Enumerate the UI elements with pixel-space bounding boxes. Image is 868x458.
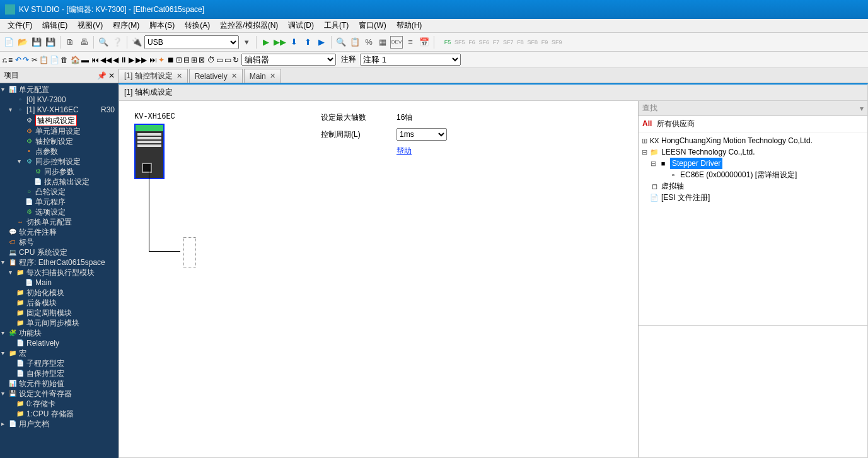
cycle-dropdown[interactable]: 1ms — [396, 128, 447, 141]
tree-item[interactable]: •点参数 — [0, 146, 119, 156]
tree-item[interactable]: 📁1:CPU 存储器 — [0, 409, 119, 419]
bar-btn[interactable]: ▬ — [81, 56, 89, 64]
tree-item[interactable]: ↔切换单元配置 — [0, 217, 119, 227]
vendor-twisty-icon[interactable]: ⊞ — [641, 135, 647, 146]
delete-btn[interactable]: 🗑 — [61, 56, 68, 64]
open-btn[interactable]: 📂 — [16, 36, 29, 49]
percent-btn[interactable]: % — [362, 36, 375, 49]
vendor-tree[interactable]: ⊞KXHongChuangXing Motion Technology Co,L… — [639, 132, 867, 325]
vendor-twisty-icon[interactable]: ⊟ — [641, 146, 647, 158]
config-canvas[interactable]: KV-XH16EC 设定最大轴数 16轴 — [119, 101, 638, 457]
grid-btn[interactable]: ▦ — [376, 36, 389, 49]
b3-btn[interactable]: ⊞ — [191, 56, 197, 64]
tree-item[interactable]: 📁固定周期模块 — [0, 308, 119, 318]
tree-item[interactable]: 📁0:存储卡 — [0, 399, 119, 409]
sidebar-close-icon[interactable]: ✕ — [108, 71, 115, 80]
tree-twisty-icon[interactable]: ▾ — [1, 348, 8, 358]
redo-btn[interactable]: ↷ — [23, 56, 29, 64]
t2-b1[interactable]: ⎌ — [3, 56, 7, 64]
run2-btn[interactable]: ▶▶ — [274, 36, 286, 49]
home-btn[interactable]: 🏠 — [71, 56, 80, 64]
all-vendors-row[interactable]: All 所有供应商 — [639, 116, 867, 132]
undo-btn[interactable]: ↶ — [15, 56, 21, 64]
menu-item[interactable]: 文件(F) — [3, 19, 37, 32]
run-btn[interactable]: ▶ — [260, 36, 272, 49]
skip-btn[interactable]: ⏭ — [149, 56, 157, 64]
icon2-btn[interactable]: ▭ — [224, 56, 231, 64]
tree-item[interactable]: 💻CPU 系统设定 — [0, 247, 119, 257]
paste-btn[interactable]: 📄 — [50, 56, 59, 64]
tree-item[interactable]: ⚙单元通用设定 — [0, 126, 119, 136]
fwd-btn[interactable]: ▶ — [129, 56, 134, 64]
connection-dropdown[interactable]: USB — [144, 35, 239, 49]
b4-btn[interactable]: ⊠ — [199, 56, 205, 64]
save-btn[interactable]: 💾 — [30, 36, 43, 49]
tree-item[interactable]: 📄子程序型宏 — [0, 358, 119, 368]
tree-twisty-icon[interactable]: ▾ — [1, 389, 8, 399]
pause-btn[interactable]: ⏸ — [120, 56, 127, 64]
menu-item[interactable]: 脚本(S) — [144, 19, 180, 32]
vendor-tree-item[interactable]: ⊟📁LEESN Technology Co.,Ltd. — [640, 146, 866, 158]
document-tab[interactable]: Main✕ — [244, 69, 281, 83]
menu-item[interactable]: 工具(T) — [319, 19, 354, 32]
menu-item[interactable]: 调试(D) — [283, 19, 319, 32]
tree-item[interactable]: ⚙同步参数 — [0, 167, 119, 177]
tree-twisty-icon[interactable]: ▸ — [1, 419, 8, 429]
tree-item[interactable]: ▾🧩功能块 — [0, 328, 119, 338]
tree-twisty-icon[interactable]: ▾ — [9, 267, 15, 278]
refresh-btn[interactable]: ↻ — [233, 56, 239, 64]
tree-item[interactable]: ○凸轮设定 — [0, 187, 119, 197]
tree-item[interactable]: 📁单元间同步模块 — [0, 318, 119, 328]
menu-item[interactable]: 视图(V) — [72, 19, 108, 32]
print-btn[interactable]: 🖶 — [78, 36, 90, 49]
tab-close-icon[interactable]: ✕ — [231, 72, 237, 80]
tree-item[interactable]: ▾📁每次扫描执行型模块 — [0, 267, 119, 278]
tree-item[interactable]: ⚙选项设定 — [0, 207, 119, 217]
copy-btn[interactable]: 📋 — [39, 56, 49, 64]
document-tab[interactable]: Relatively✕ — [189, 69, 243, 83]
tree-item[interactable]: ▾▫[1] KV-XH16EC R30 — [0, 105, 119, 115]
tree-item[interactable]: 📁后备模块 — [0, 298, 119, 308]
tree-item[interactable]: 🏷标号 — [0, 237, 119, 247]
new-btn[interactable]: 📄 — [3, 36, 15, 49]
device-module[interactable] — [134, 124, 165, 179]
dev-icon[interactable]: DEV — [390, 36, 403, 49]
tab-close-icon[interactable]: ✕ — [176, 72, 182, 80]
menu-item[interactable]: 监控器/模拟器(N) — [215, 19, 283, 32]
vendor-twisty-icon[interactable]: ⊟ — [650, 158, 656, 169]
print-pv-btn[interactable]: 🗎 — [64, 36, 76, 49]
tree-item[interactable]: ⚙轴控制设定 — [0, 136, 119, 146]
cut-btn[interactable]: ✂ — [32, 56, 38, 64]
menu-item[interactable]: 帮助(H) — [391, 19, 427, 32]
chevron-down-icon[interactable]: ▾ — [860, 104, 864, 113]
timer-btn[interactable]: ⏱ — [207, 56, 215, 64]
tree-item[interactable]: ▾⚙同步控制设定 — [0, 156, 119, 167]
doc-btn[interactable]: 📋 — [349, 36, 361, 49]
star-btn[interactable]: ✦ — [158, 56, 165, 64]
tree-twisty-icon[interactable]: ▾ — [1, 85, 8, 95]
tree-item[interactable]: 📁初始化模块 — [0, 288, 119, 298]
cal-btn[interactable]: ≡ — [404, 36, 417, 49]
mode-dropdown[interactable]: 编辑器 — [241, 54, 336, 66]
pin-icon[interactable]: 📌 — [97, 71, 107, 80]
tree-item[interactable]: 📄自保持型宏 — [0, 368, 119, 379]
icon-btn[interactable]: ▭ — [216, 56, 223, 64]
vendor-tree-item[interactable]: ▫EC86E (0x00000001) [需详细设定] — [640, 169, 866, 180]
ffwd-btn[interactable]: ▶▶ — [136, 56, 147, 64]
vendor-tree-item[interactable]: ◻虚拟轴 — [640, 180, 866, 192]
transfer-down-btn[interactable]: ⬇ — [287, 36, 300, 49]
transfer-up-btn[interactable]: ⬆ — [301, 36, 314, 49]
menu-item[interactable]: 窗口(W) — [354, 19, 391, 32]
document-tab[interactable]: [1] 轴控制设定✕ — [119, 69, 188, 83]
menu-item[interactable]: 转换(A) — [180, 19, 215, 32]
dropdown-arrow[interactable]: ▾ — [240, 36, 253, 49]
save-all-btn[interactable]: 💾 — [44, 36, 57, 49]
empty-slot[interactable] — [183, 237, 196, 267]
calendar-btn[interactable]: 📅 — [418, 36, 431, 49]
tree-item[interactable]: ▸📄用户文档 — [0, 419, 119, 429]
tree-twisty-icon[interactable]: ▾ — [1, 328, 8, 338]
find-btn[interactable]: 🔍 — [97, 36, 110, 49]
menu-item[interactable]: 程序(M) — [108, 19, 144, 32]
menu-item[interactable]: 编辑(E) — [37, 19, 72, 32]
tree-item[interactable]: ▾📁宏 — [0, 348, 119, 358]
